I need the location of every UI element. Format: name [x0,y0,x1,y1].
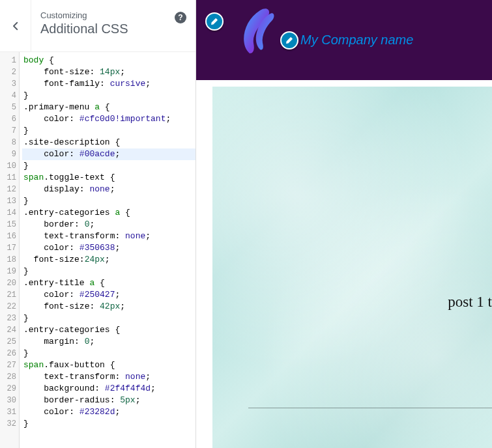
post-divider [248,408,492,408]
panel-title: Additional CSS [40,21,188,36]
code-line[interactable]: display: none; [22,184,195,195]
code-line[interactable]: } [22,418,195,430]
site-logo[interactable] [234,7,278,57]
code-line[interactable]: margin: 0; [22,336,195,348]
code-line[interactable]: span.faux-button { [22,359,195,371]
code-line[interactable]: font-size: 14px; [22,66,195,78]
code-line[interactable]: } [22,348,195,359]
code-line[interactable]: color: #cfc0d0!important; [22,113,195,125]
code-line[interactable]: color: #00acde; [22,148,195,160]
code-line[interactable]: border-radius: 5px; [22,395,195,406]
code-line[interactable]: } [22,266,195,277]
code-line[interactable]: .site-description { [22,137,195,148]
code-line[interactable]: } [22,160,195,172]
code-line[interactable]: .entry-categories { [22,324,195,336]
post-title[interactable]: post 1 t [448,294,492,311]
editor-body[interactable]: body { font-size: 14px; font-family: cur… [20,52,195,448]
site-title-link[interactable]: My Company name [300,33,413,48]
code-line[interactable]: .entry-title a { [22,277,195,289]
code-line[interactable]: } [22,195,195,207]
pencil-icon [285,36,294,45]
logo-icon [234,7,278,57]
panel-title-block: Customizing Additional CSS ? [31,0,195,51]
pencil-icon [210,17,219,26]
code-line[interactable]: color: #23282d; [22,406,195,418]
editor-gutter: 1234567891011121314151617181920212223242… [0,52,20,448]
code-line[interactable]: background: #2f4f4f4d; [22,383,195,395]
code-line[interactable]: } [22,125,195,137]
code-line[interactable]: font-size:24px; [22,254,195,266]
code-line[interactable]: body { [22,55,195,66]
code-line[interactable]: .primary-menu a { [22,102,195,113]
code-line[interactable]: font-family: cursive; [22,78,195,90]
chevron-left-icon [10,20,22,32]
preview-body: post 1 t [196,80,492,448]
preview-header: My Company name [196,0,492,80]
back-button[interactable] [0,0,31,51]
code-line[interactable]: font-size: 42px; [22,301,195,313]
preview-content: post 1 t [212,87,492,448]
code-line[interactable]: color: #350638; [22,242,195,254]
edit-shortcut-title[interactable] [280,31,298,49]
code-line[interactable]: color: #250427; [22,289,195,301]
code-line[interactable]: } [22,313,195,324]
panel-header: Customizing Additional CSS ? [0,0,195,52]
code-line[interactable]: } [22,90,195,102]
customizer-panel: Customizing Additional CSS ? 12345678910… [0,0,196,448]
code-line[interactable]: text-transform: none; [22,371,195,383]
panel-subtitle: Customizing [40,10,188,20]
css-editor[interactable]: 1234567891011121314151617181920212223242… [0,52,195,448]
site-preview: My Company name post 1 t [196,0,492,448]
code-line[interactable]: border: 0; [22,219,195,231]
help-button[interactable]: ? [175,12,186,23]
code-line[interactable]: span.toggle-text { [22,172,195,184]
code-line[interactable]: .entry-categories a { [22,207,195,219]
code-line[interactable]: text-transform: none; [22,231,195,242]
edit-shortcut-header[interactable] [205,12,224,31]
